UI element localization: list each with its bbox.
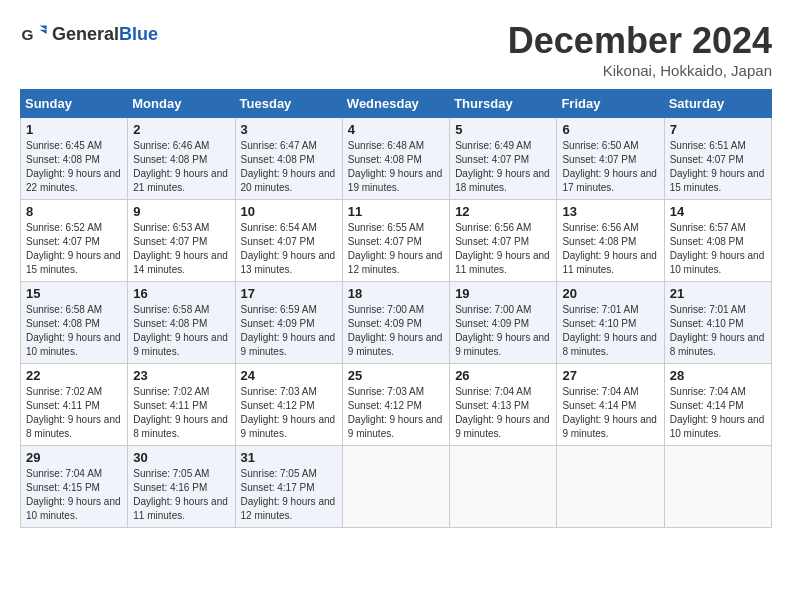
table-row: 10 Sunrise: 6:54 AM Sunset: 4:07 PM Dayl… (235, 200, 342, 282)
table-row: 31 Sunrise: 7:05 AM Sunset: 4:17 PM Dayl… (235, 446, 342, 528)
day-number: 20 (562, 286, 658, 301)
table-row: 30 Sunrise: 7:05 AM Sunset: 4:16 PM Dayl… (128, 446, 235, 528)
day-info: Sunrise: 6:59 AM Sunset: 4:09 PM Dayligh… (241, 303, 337, 359)
day-info: Sunrise: 7:00 AM Sunset: 4:09 PM Dayligh… (348, 303, 444, 359)
table-row: 23 Sunrise: 7:02 AM Sunset: 4:11 PM Dayl… (128, 364, 235, 446)
table-row: 18 Sunrise: 7:00 AM Sunset: 4:09 PM Dayl… (342, 282, 449, 364)
day-info: Sunrise: 7:05 AM Sunset: 4:17 PM Dayligh… (241, 467, 337, 523)
table-row: 5 Sunrise: 6:49 AM Sunset: 4:07 PM Dayli… (450, 118, 557, 200)
table-row: 25 Sunrise: 7:03 AM Sunset: 4:12 PM Dayl… (342, 364, 449, 446)
table-row: 22 Sunrise: 7:02 AM Sunset: 4:11 PM Dayl… (21, 364, 128, 446)
day-info: Sunrise: 6:55 AM Sunset: 4:07 PM Dayligh… (348, 221, 444, 277)
day-number: 4 (348, 122, 444, 137)
day-info: Sunrise: 6:49 AM Sunset: 4:07 PM Dayligh… (455, 139, 551, 195)
page-header: G GeneralBlue December 2024 Kikonai, Hok… (20, 20, 772, 79)
table-row: 15 Sunrise: 6:58 AM Sunset: 4:08 PM Dayl… (21, 282, 128, 364)
day-number: 28 (670, 368, 766, 383)
day-number: 6 (562, 122, 658, 137)
table-row: 24 Sunrise: 7:03 AM Sunset: 4:12 PM Dayl… (235, 364, 342, 446)
day-info: Sunrise: 6:45 AM Sunset: 4:08 PM Dayligh… (26, 139, 122, 195)
day-info: Sunrise: 7:03 AM Sunset: 4:12 PM Dayligh… (348, 385, 444, 441)
day-info: Sunrise: 7:04 AM Sunset: 4:15 PM Dayligh… (26, 467, 122, 523)
day-info: Sunrise: 7:00 AM Sunset: 4:09 PM Dayligh… (455, 303, 551, 359)
table-row: 11 Sunrise: 6:55 AM Sunset: 4:07 PM Dayl… (342, 200, 449, 282)
day-info: Sunrise: 6:57 AM Sunset: 4:08 PM Dayligh… (670, 221, 766, 277)
day-info: Sunrise: 6:58 AM Sunset: 4:08 PM Dayligh… (26, 303, 122, 359)
day-info: Sunrise: 6:51 AM Sunset: 4:07 PM Dayligh… (670, 139, 766, 195)
col-tuesday: Tuesday (235, 90, 342, 118)
table-row (557, 446, 664, 528)
table-row: 4 Sunrise: 6:48 AM Sunset: 4:08 PM Dayli… (342, 118, 449, 200)
day-number: 13 (562, 204, 658, 219)
col-saturday: Saturday (664, 90, 771, 118)
day-number: 23 (133, 368, 229, 383)
day-info: Sunrise: 6:50 AM Sunset: 4:07 PM Dayligh… (562, 139, 658, 195)
day-info: Sunrise: 6:47 AM Sunset: 4:08 PM Dayligh… (241, 139, 337, 195)
table-row (450, 446, 557, 528)
day-info: Sunrise: 7:01 AM Sunset: 4:10 PM Dayligh… (670, 303, 766, 359)
svg-marker-2 (40, 30, 47, 34)
table-row: 26 Sunrise: 7:04 AM Sunset: 4:13 PM Dayl… (450, 364, 557, 446)
day-number: 25 (348, 368, 444, 383)
month-title: December 2024 (508, 20, 772, 62)
day-number: 27 (562, 368, 658, 383)
day-info: Sunrise: 6:52 AM Sunset: 4:07 PM Dayligh… (26, 221, 122, 277)
day-number: 10 (241, 204, 337, 219)
table-row: 16 Sunrise: 6:58 AM Sunset: 4:08 PM Dayl… (128, 282, 235, 364)
table-row: 9 Sunrise: 6:53 AM Sunset: 4:07 PM Dayli… (128, 200, 235, 282)
day-number: 5 (455, 122, 551, 137)
day-info: Sunrise: 7:03 AM Sunset: 4:12 PM Dayligh… (241, 385, 337, 441)
day-number: 12 (455, 204, 551, 219)
day-number: 18 (348, 286, 444, 301)
day-number: 19 (455, 286, 551, 301)
col-sunday: Sunday (21, 90, 128, 118)
table-row (664, 446, 771, 528)
logo-text: GeneralBlue (52, 24, 158, 45)
table-row: 3 Sunrise: 6:47 AM Sunset: 4:08 PM Dayli… (235, 118, 342, 200)
day-number: 30 (133, 450, 229, 465)
day-info: Sunrise: 7:05 AM Sunset: 4:16 PM Dayligh… (133, 467, 229, 523)
calendar-header-row: Sunday Monday Tuesday Wednesday Thursday… (21, 90, 772, 118)
table-row: 19 Sunrise: 7:00 AM Sunset: 4:09 PM Dayl… (450, 282, 557, 364)
table-row: 13 Sunrise: 6:56 AM Sunset: 4:08 PM Dayl… (557, 200, 664, 282)
day-number: 31 (241, 450, 337, 465)
day-info: Sunrise: 7:04 AM Sunset: 4:14 PM Dayligh… (562, 385, 658, 441)
day-number: 14 (670, 204, 766, 219)
col-thursday: Thursday (450, 90, 557, 118)
table-row: 2 Sunrise: 6:46 AM Sunset: 4:08 PM Dayli… (128, 118, 235, 200)
svg-marker-1 (40, 26, 47, 30)
day-info: Sunrise: 7:01 AM Sunset: 4:10 PM Dayligh… (562, 303, 658, 359)
table-row: 7 Sunrise: 6:51 AM Sunset: 4:07 PM Dayli… (664, 118, 771, 200)
day-number: 1 (26, 122, 122, 137)
day-number: 9 (133, 204, 229, 219)
day-info: Sunrise: 7:02 AM Sunset: 4:11 PM Dayligh… (133, 385, 229, 441)
day-number: 15 (26, 286, 122, 301)
table-row: 12 Sunrise: 6:56 AM Sunset: 4:07 PM Dayl… (450, 200, 557, 282)
day-info: Sunrise: 6:58 AM Sunset: 4:08 PM Dayligh… (133, 303, 229, 359)
day-number: 7 (670, 122, 766, 137)
day-info: Sunrise: 6:56 AM Sunset: 4:08 PM Dayligh… (562, 221, 658, 277)
col-wednesday: Wednesday (342, 90, 449, 118)
day-info: Sunrise: 7:04 AM Sunset: 4:13 PM Dayligh… (455, 385, 551, 441)
table-row: 27 Sunrise: 7:04 AM Sunset: 4:14 PM Dayl… (557, 364, 664, 446)
day-info: Sunrise: 6:54 AM Sunset: 4:07 PM Dayligh… (241, 221, 337, 277)
table-row: 20 Sunrise: 7:01 AM Sunset: 4:10 PM Dayl… (557, 282, 664, 364)
day-number: 11 (348, 204, 444, 219)
table-row (342, 446, 449, 528)
day-number: 22 (26, 368, 122, 383)
day-info: Sunrise: 6:48 AM Sunset: 4:08 PM Dayligh… (348, 139, 444, 195)
day-number: 24 (241, 368, 337, 383)
day-info: Sunrise: 6:56 AM Sunset: 4:07 PM Dayligh… (455, 221, 551, 277)
col-monday: Monday (128, 90, 235, 118)
logo-icon: G (20, 20, 48, 48)
table-row: 21 Sunrise: 7:01 AM Sunset: 4:10 PM Dayl… (664, 282, 771, 364)
title-area: December 2024 Kikonai, Hokkaido, Japan (508, 20, 772, 79)
table-row: 29 Sunrise: 7:04 AM Sunset: 4:15 PM Dayl… (21, 446, 128, 528)
day-number: 16 (133, 286, 229, 301)
table-row: 14 Sunrise: 6:57 AM Sunset: 4:08 PM Dayl… (664, 200, 771, 282)
table-row: 1 Sunrise: 6:45 AM Sunset: 4:08 PM Dayli… (21, 118, 128, 200)
table-row: 28 Sunrise: 7:04 AM Sunset: 4:14 PM Dayl… (664, 364, 771, 446)
day-info: Sunrise: 6:53 AM Sunset: 4:07 PM Dayligh… (133, 221, 229, 277)
day-number: 26 (455, 368, 551, 383)
svg-text:G: G (21, 26, 33, 43)
